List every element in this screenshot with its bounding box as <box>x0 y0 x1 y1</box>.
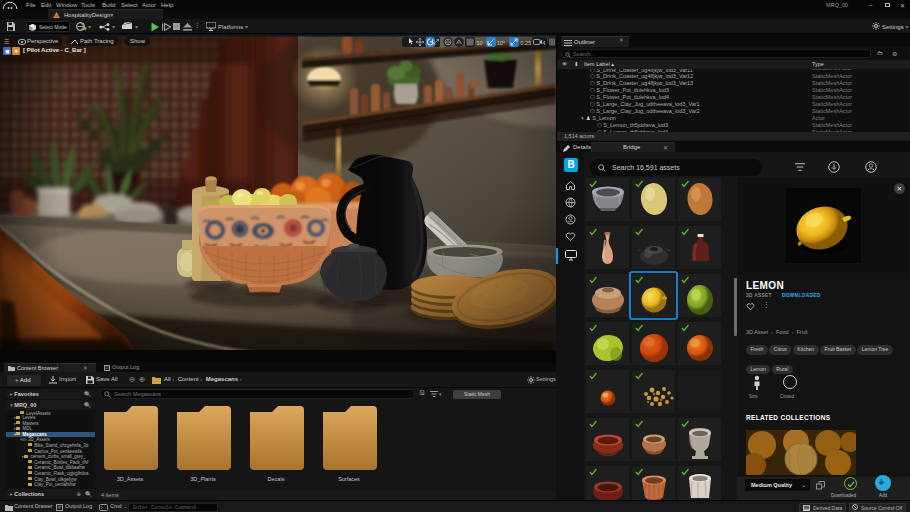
svg-text:4: 4 <box>543 39 546 45</box>
svg-text:10°: 10° <box>497 39 505 45</box>
svg-text:10: 10 <box>477 39 483 45</box>
svg-text:0.25: 0.25 <box>521 39 532 45</box>
